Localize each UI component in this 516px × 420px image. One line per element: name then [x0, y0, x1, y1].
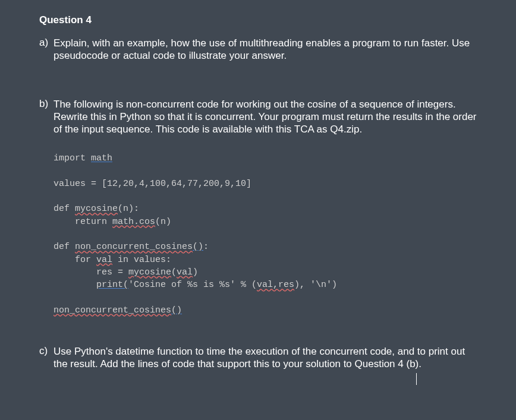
code-token: return	[54, 217, 112, 227]
code-blank	[54, 228, 480, 241]
part-c-text: Use Python's datetime function to time t…	[54, 345, 480, 371]
code-token-print: print(	[96, 280, 128, 290]
text-cursor	[416, 373, 417, 385]
code-line-def-mycosine: def mycosine(n):	[54, 203, 480, 215]
code-line-return: return math.cos(n)	[54, 216, 480, 228]
code-token: import	[54, 153, 91, 163]
code-blank	[54, 292, 480, 304]
part-c-label: c)	[39, 345, 54, 371]
code-token: (	[171, 267, 177, 277]
code-token: for	[54, 255, 96, 265]
code-token: def	[54, 204, 75, 214]
code-token-mycosine: mycosine	[75, 204, 118, 214]
code-block: import math values = [12,20,4,100,64,77,…	[54, 152, 480, 317]
code-token-math: math	[91, 153, 112, 163]
part-b-text: The following is non-concurrent code for…	[54, 98, 480, 136]
part-a-label: a)	[39, 37, 54, 62]
code-token-ncc: non_concurrent_cosines	[75, 242, 193, 252]
code-token-mycosine: mycosine	[128, 267, 171, 277]
code-token: def	[54, 242, 75, 252]
code-token-valres: val,res	[257, 280, 294, 290]
code-token-mathcos: math.cos	[112, 217, 155, 227]
code-token: in values:	[112, 255, 171, 265]
code-token: ), '\n')	[294, 280, 337, 290]
code-token-paren: ()	[193, 242, 203, 252]
code-token-val: val	[96, 255, 112, 265]
part-c: c) Use Python's datetime function to tim…	[39, 345, 480, 371]
code-line-call: non_concurrent_cosines()	[54, 304, 480, 317]
code-token: )	[193, 267, 198, 277]
code-token	[54, 280, 96, 290]
code-token-val: val	[177, 267, 193, 277]
code-line-res: res = mycosine(val)	[54, 266, 480, 279]
part-b-label: b)	[39, 98, 54, 136]
code-line-print: print('Cosine of %s is %s' % (val,res), …	[54, 279, 480, 291]
code-token-paren: ()	[171, 305, 182, 315]
code-blank	[54, 165, 480, 178]
question-title: Question 4	[39, 14, 480, 26]
code-token: 'Cosine of %s is %s' % (	[128, 280, 257, 290]
part-b: b) The following is non-concurrent code …	[39, 98, 480, 136]
code-line-values: values = [12,20,4,100,64,77,200,9,10]	[54, 178, 480, 190]
code-blank	[54, 190, 480, 203]
part-a-text: Explain, with an example, how the use of…	[54, 37, 480, 62]
part-a: a) Explain, with an example, how the use…	[39, 37, 480, 62]
code-line-import: import math	[54, 152, 480, 165]
code-line-for: for val in values:	[54, 254, 480, 266]
code-line-def-ncc: def non_concurrent_cosines():	[54, 241, 480, 253]
code-token: (n):	[118, 204, 139, 214]
code-token-ncc-call: non_concurrent_cosines	[54, 305, 171, 315]
code-token: (n)	[155, 217, 171, 227]
code-token: res =	[54, 267, 128, 277]
code-token: :	[203, 242, 209, 252]
